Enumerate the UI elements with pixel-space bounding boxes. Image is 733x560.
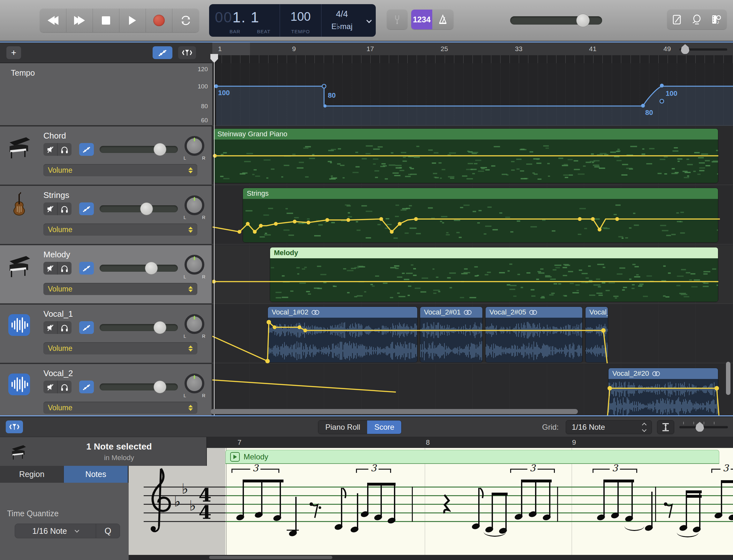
show-automation-button[interactable] — [153, 46, 172, 59]
slider-thumb[interactable] — [140, 202, 153, 215]
track-automation-button[interactable] — [79, 321, 94, 334]
track-volume-slider[interactable] — [100, 262, 178, 275]
score-ruler[interactable]: 7 8 9 — [208, 437, 733, 448]
bar-ruler[interactable]: 1 9 17 25 33 41 49 — [212, 42, 733, 55]
tab-score[interactable]: Score — [367, 420, 401, 434]
region-vocal2-20[interactable]: Vocal_2#20 — [608, 368, 718, 416]
mute-button[interactable] — [43, 262, 57, 275]
vocal2-lane[interactable]: Vocal_2#20 — [212, 364, 733, 416]
region-vocal1-02[interactable]: Vocal_1#02 — [268, 306, 418, 363]
pan-knob[interactable]: LR — [185, 195, 204, 215]
slider-thumb[interactable] — [154, 381, 166, 393]
pan-knob[interactable]: LR — [185, 374, 204, 393]
automation-parameter-dropdown[interactable]: Volume — [43, 164, 197, 176]
region-play-button[interactable] — [230, 452, 240, 462]
master-volume-slider[interactable] — [510, 16, 602, 25]
add-track-button[interactable]: + — [6, 46, 21, 59]
automation-parameter-dropdown[interactable]: Volume — [43, 342, 197, 354]
record-button[interactable] — [146, 9, 172, 32]
tempo-scale-value: 100 — [198, 83, 208, 90]
automation-parameter-dropdown[interactable]: Volume — [43, 283, 197, 295]
count-in-button[interactable]: 1234 — [411, 10, 432, 29]
solo-button[interactable] — [57, 381, 72, 393]
region-vocal2-05[interactable]: Vocal_2#05 — [485, 306, 583, 363]
region-melody[interactable]: Melody — [270, 247, 718, 302]
volume-slider-thumb[interactable] — [576, 14, 590, 27]
stop-button[interactable] — [93, 9, 119, 32]
grid-dropdown[interactable]: 1/16 Note — [566, 420, 652, 434]
tab-region[interactable]: Region — [0, 466, 64, 483]
pan-knob[interactable]: LR — [185, 314, 204, 334]
mute-button[interactable] — [43, 321, 57, 334]
editor-horizontal-scrollbar[interactable] — [209, 556, 332, 559]
solo-button[interactable] — [57, 202, 72, 215]
loop-browser-button[interactable] — [687, 10, 707, 29]
mute-button[interactable] — [43, 202, 57, 215]
track-header-vocal2[interactable]: Vocal_2 LR Volume — [0, 364, 212, 416]
mute-button[interactable] — [43, 381, 57, 393]
catch-playhead-button[interactable] — [178, 46, 196, 59]
track-automation-button[interactable] — [79, 202, 94, 215]
track-volume-slider[interactable] — [100, 321, 178, 334]
region-strings[interactable]: Strings — [243, 188, 718, 243]
note-glyph: 4 — [199, 504, 211, 521]
lcd-mode-chevron[interactable] — [362, 4, 376, 37]
mute-button[interactable] — [43, 143, 57, 156]
pan-knob[interactable]: LR — [185, 136, 204, 156]
score-sheet[interactable]: ♭♭♭4433333 — [129, 448, 733, 555]
track-header-chord[interactable]: Chord LR Volume — [0, 126, 212, 185]
media-browser-button[interactable]: ♪ — [707, 10, 727, 29]
automation-parameter-dropdown[interactable]: Volume — [43, 402, 197, 414]
track-header-melody[interactable]: Melody LR Volume — [0, 245, 212, 303]
rewind-button[interactable] — [40, 9, 66, 32]
track-header-vocal1[interactable]: Vocal_1 LR Volume — [0, 305, 212, 363]
editor-zoom-slider[interactable] — [679, 422, 728, 432]
solo-button[interactable] — [57, 143, 72, 156]
tempo-value: 100 — [280, 10, 321, 24]
vocal1-lane[interactable]: Vocal_1#02 Vocal_2#01 Vocal_2#05 Vocal_ — [212, 305, 733, 363]
solo-button[interactable] — [57, 262, 72, 275]
quantize-apply-button[interactable]: Q — [96, 526, 120, 536]
track-header-strings[interactable]: Strings LR Volume — [0, 186, 212, 244]
cycle-button[interactable] — [172, 9, 199, 32]
editor-catch-button[interactable] — [6, 420, 23, 433]
tab-piano-roll[interactable]: Piano Roll — [318, 420, 367, 434]
note-glyph — [603, 481, 605, 517]
tempo-automation-lane[interactable]: 100 80 80 100 — [212, 63, 733, 126]
track-automation-button[interactable] — [79, 381, 94, 393]
time-quantize-dropdown[interactable]: 1/16 Note — [15, 524, 96, 538]
pan-tick — [194, 197, 195, 201]
slider-thumb[interactable] — [145, 262, 158, 275]
strings-lane[interactable]: Strings — [212, 186, 733, 244]
horizontal-zoom-slider[interactable] — [679, 45, 727, 54]
tuner-button[interactable] — [387, 10, 407, 29]
track-automation-button[interactable] — [79, 262, 94, 275]
region-steinway-grand-piano[interactable]: Steinway Grand Piano — [213, 128, 718, 183]
lcd-display[interactable]: 001. 1 BAR BEAT 100 TEMPO 4/4 E♭maj — [209, 4, 376, 37]
track-volume-slider[interactable] — [100, 143, 178, 156]
score-region-header[interactable]: Melody — [225, 450, 719, 464]
metronome-button[interactable] — [432, 10, 453, 29]
region-vocal-clipped[interactable]: Vocal_ — [585, 306, 608, 363]
pan-knob[interactable]: LR — [185, 255, 204, 275]
beat-ruler[interactable] — [212, 55, 733, 64]
track-automation-button[interactable] — [79, 143, 94, 156]
melody-lane[interactable]: Melody — [212, 245, 733, 303]
automation-parameter-dropdown[interactable]: Volume — [43, 223, 197, 236]
track-volume-slider[interactable] — [100, 202, 178, 215]
play-button[interactable] — [119, 9, 146, 32]
fast-forward-button[interactable] — [66, 9, 93, 32]
horizontal-scrollbar[interactable] — [211, 409, 578, 414]
vertical-scrollbar[interactable] — [726, 362, 730, 395]
slider-thumb[interactable] — [154, 143, 166, 156]
solo-button[interactable] — [57, 321, 72, 334]
zoom-thumb[interactable] — [681, 44, 690, 54]
auto-height-button[interactable] — [657, 420, 674, 434]
track-volume-slider[interactable] — [100, 381, 178, 393]
tab-notes[interactable]: Notes — [64, 466, 128, 483]
notepad-button[interactable] — [667, 10, 687, 29]
slider-thumb[interactable] — [154, 321, 166, 334]
region-vocal2-01[interactable]: Vocal_2#01 — [420, 306, 483, 363]
chord-lane[interactable]: Steinway Grand Piano — [212, 126, 733, 185]
audio-waveform — [586, 318, 608, 362]
